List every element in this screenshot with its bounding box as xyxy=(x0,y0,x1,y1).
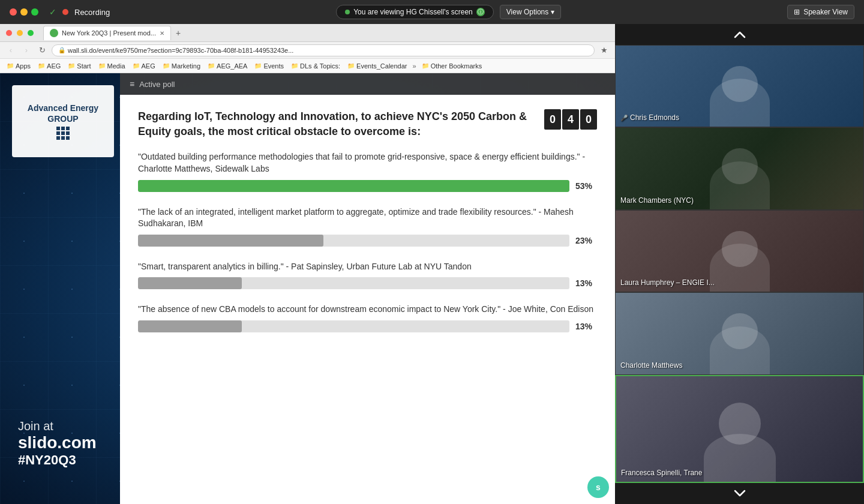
poll-option-4: "The absence of new CBA models to accoun… xyxy=(138,304,597,332)
bookmark-events[interactable]: 📁Events xyxy=(253,62,286,70)
tab-close-button[interactable]: ✕ xyxy=(160,30,164,37)
poll-bar-track-1 xyxy=(138,180,569,192)
poll-pct-3: 13% xyxy=(575,278,597,288)
video-tile-francesca: Francesca Spinelli, Trane xyxy=(615,375,864,483)
poll-timer: 0 4 0 xyxy=(544,109,597,130)
chris-name-label: 🎤 Chris Edmonds xyxy=(620,113,679,122)
slido-url: slido.com xyxy=(18,433,97,452)
aeg-logo: Advanced Energy GROUP xyxy=(12,85,114,157)
francesca-video xyxy=(616,376,863,482)
join-slido: Join at slido.com #NY20Q3 xyxy=(18,419,97,468)
more-bookmarks[interactable]: » xyxy=(413,62,416,70)
tab-title: New York 20Q3 | Present mod... xyxy=(62,29,156,37)
poll-pct-4: 13% xyxy=(575,322,597,331)
scroll-down-button[interactable] xyxy=(615,483,864,504)
browser-title-bar: New York 20Q3 | Present mod... ✕ + xyxy=(0,24,615,42)
tab-favicon xyxy=(50,29,58,37)
poll-bar-fill-4 xyxy=(138,320,242,332)
poll-bar-track-4 xyxy=(138,320,569,332)
close-icon[interactable] xyxy=(10,8,17,16)
speaker-view-button[interactable]: ⊞ Speaker View xyxy=(787,5,854,19)
browser-maximize-icon[interactable] xyxy=(28,30,34,36)
poll-bar-track-2 xyxy=(138,235,569,247)
bookmark-apps[interactable]: 📁Apps xyxy=(5,62,32,70)
laura-body xyxy=(710,244,770,292)
francesca-body xyxy=(704,434,776,482)
browser-tabs: New York 20Q3 | Present mod... ✕ + xyxy=(43,26,609,40)
topbar: ✓ Recording You are viewing HG Chissell'… xyxy=(0,0,864,24)
screen-share-text: You are viewing HG Chissell's screen xyxy=(353,8,473,16)
browser-close-icon[interactable] xyxy=(6,30,12,36)
poll-bar-1: 53% xyxy=(138,180,597,192)
charlotte-name-label: Charlotte Matthews xyxy=(620,361,682,370)
poll-option-2: "The lack of an integrated, intelligent … xyxy=(138,206,597,247)
screen-share-active-dot xyxy=(345,10,350,14)
bookmark-marketing[interactable]: 📁Marketing xyxy=(161,62,202,70)
timer-digit-1: 4 xyxy=(562,109,579,130)
bookmark-dls[interactable]: 📁DLs & Topics: xyxy=(289,62,342,70)
laura-name-label: Laura Humphrey – ENGIE I... xyxy=(620,278,715,287)
browser-tab-active[interactable]: New York 20Q3 | Present mod... ✕ xyxy=(43,26,171,40)
poll-bar-fill-2 xyxy=(138,235,323,247)
chevron-up-icon xyxy=(734,31,746,38)
poll-question: Regarding IoT, Technology and Innovation… xyxy=(138,109,534,139)
chris-body xyxy=(710,79,770,127)
timer-digit-0: 0 xyxy=(544,109,561,130)
maximize-icon[interactable] xyxy=(31,8,38,16)
bookmark-aeg2[interactable]: 📁AEG xyxy=(131,62,157,70)
video-tile-mark: Mark Chambers (NYC) xyxy=(615,127,864,209)
topbar-right: ⊞ Speaker View xyxy=(787,5,854,19)
timer-digit-2: 0 xyxy=(580,109,597,130)
back-button[interactable]: ‹ xyxy=(5,44,17,56)
poll-bar-2: 23% xyxy=(138,235,597,247)
main-content: New York 20Q3 | Present mod... ✕ + ‹ › ↻… xyxy=(0,24,615,504)
view-options-button[interactable]: View Options ▾ xyxy=(500,5,561,19)
poll-bar-4: 13% xyxy=(138,320,597,332)
active-poll-label: Active poll xyxy=(139,80,175,89)
bookmark-other[interactable]: 📁Other Bookmarks xyxy=(420,62,484,70)
slido-icon: s xyxy=(587,476,609,498)
poll-option-1-text: "Outdated building performance methodolo… xyxy=(138,151,597,175)
active-poll-bar: ≡ Active poll xyxy=(120,73,615,95)
bookmark-media[interactable]: 📁Media xyxy=(97,62,127,70)
video-tile-chris: 🎤 Chris Edmonds xyxy=(615,45,864,127)
poll-header: Regarding IoT, Technology and Innovation… xyxy=(138,109,597,139)
forward-button[interactable]: › xyxy=(20,44,32,56)
recording-indicator xyxy=(62,9,68,15)
minimize-icon[interactable] xyxy=(20,8,28,16)
screen-share-pill: You are viewing HG Chissell's screen ⓘ xyxy=(336,5,494,19)
shield-icon: ✓ xyxy=(49,7,56,17)
poll-option-2-text: "The lack of an integrated, intelligent … xyxy=(138,206,597,230)
browser-window: New York 20Q3 | Present mod... ✕ + ‹ › ↻… xyxy=(0,24,615,504)
poll-card: Regarding IoT, Technology and Innovation… xyxy=(120,95,615,504)
aeg-logo-text-line2: GROUP xyxy=(47,113,78,124)
info-icon[interactable]: ⓘ xyxy=(476,8,485,16)
bookmark-start[interactable]: 📁Start xyxy=(66,62,92,70)
topbar-left: ✓ Recording xyxy=(10,7,110,17)
scroll-up-button[interactable] xyxy=(615,24,864,45)
bookmark-events-cal[interactable]: 📁Events_Calendar xyxy=(346,62,409,70)
refresh-button[interactable]: ↻ xyxy=(36,44,48,56)
francesca-name-label: Francesca Spinelli, Trane xyxy=(621,469,702,477)
presentation-area: Advanced Energy GROUP Join at slido.com … xyxy=(0,73,615,504)
browser-bookmarks: 📁Apps 📁AEG 📁Start 📁Media 📁AEG 📁Marketing… xyxy=(0,59,615,73)
chevron-down-icon: ▾ xyxy=(551,8,554,16)
traffic-lights xyxy=(10,8,38,16)
slido-hashtag: #NY20Q3 xyxy=(18,452,97,468)
grid-icon: ⊞ xyxy=(794,8,800,16)
poll-bar-3: 13% xyxy=(138,277,597,289)
bookmark-button[interactable]: ★ xyxy=(598,44,610,56)
bookmark-aeg[interactable]: 📁AEG xyxy=(36,62,62,70)
poll-option-1: "Outdated building performance methodolo… xyxy=(138,151,597,191)
url-bar[interactable]: 🔒 wall.sli.do/event/ke9750me?section=9c7… xyxy=(52,44,595,56)
bookmark-aeg-aea[interactable]: 📁AEG_AEA xyxy=(206,62,249,70)
poll-bar-fill-1 xyxy=(138,180,569,192)
participant-sidebar: 🎤 Chris Edmonds Mark Chambers (NYC) Laur… xyxy=(615,24,864,504)
browser-minimize-icon[interactable] xyxy=(17,30,23,36)
laura-name: Laura Humphrey – ENGIE I... xyxy=(620,278,715,287)
poll-option-4-text: "The absence of new CBA models to accoun… xyxy=(138,304,597,316)
new-tab-button[interactable]: + xyxy=(173,28,183,38)
aeg-logo-text-line1: Advanced Energy xyxy=(28,103,98,113)
poll-option-3-text: "Smart, transparent analytics in billing… xyxy=(138,261,597,273)
poll-option-3: "Smart, transparent analytics in billing… xyxy=(138,261,597,290)
